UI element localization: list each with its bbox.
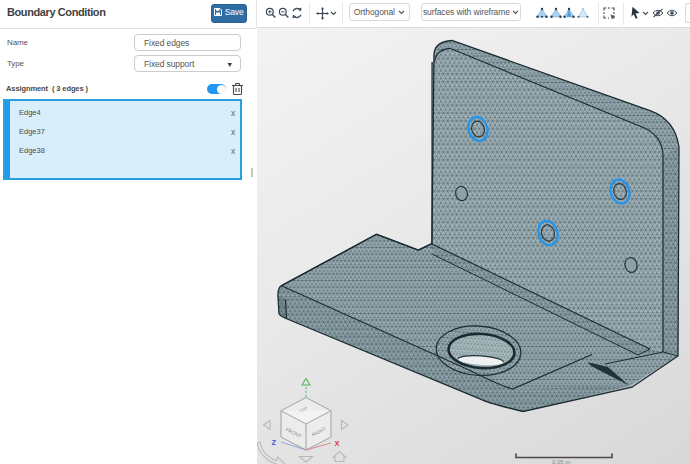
svg-text:X: X <box>335 439 340 448</box>
svg-text:Z: Z <box>272 438 277 447</box>
svg-text:0.05 m: 0.05 m <box>552 459 570 464</box>
